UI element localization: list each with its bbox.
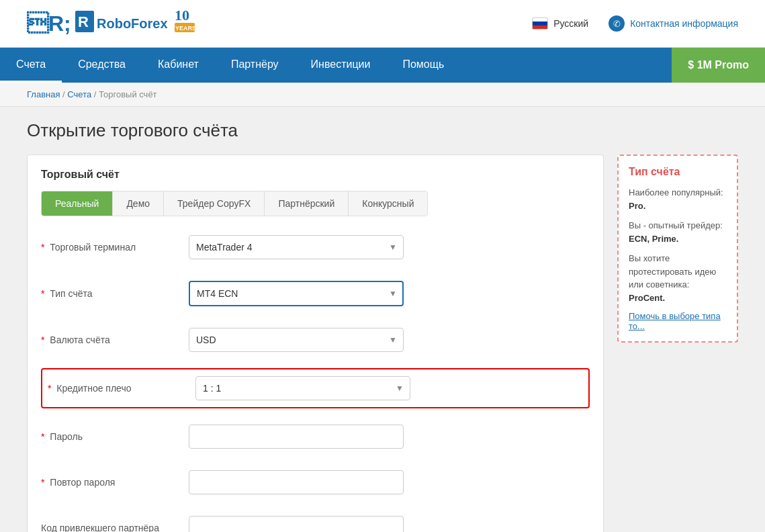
password-label: * Пароль	[41, 431, 189, 442]
sidebar-test-value: ProCent.	[629, 293, 665, 303]
account-type-control: MT4 ECN MT4 Pro MT4 Prime MT4 ProCent ▼	[189, 281, 404, 306]
confirm-password-label: * Повтор пароля	[41, 477, 189, 488]
nav-promo-button[interactable]: $ 1M Promo	[672, 48, 765, 83]
breadcrumb-home[interactable]: Главная	[27, 89, 60, 99]
nav-item-partner[interactable]: Партнёру	[215, 48, 295, 83]
terminal-select[interactable]: MetaTrader 4 MetaTrader 5 cTrader	[189, 235, 404, 259]
currency-required-marker: *	[41, 335, 44, 345]
leverage-required-marker: *	[48, 383, 51, 394]
logo: R; R RoboForex 10 YEARS	[27, 7, 196, 40]
currency-label: * Валюта счёта	[41, 335, 189, 345]
account-form-container: Торговый счёт Реальный Демо Трейдер Copy…	[27, 154, 604, 532]
partner-code-label: Код привлекшего партнёра	[41, 523, 189, 532]
confirm-password-control	[189, 470, 404, 494]
leverage-select[interactable]: 1 : 1 1 : 10 1 : 50 1 : 100 1 : 200 1 : …	[195, 376, 410, 400]
nav-item-accounts[interactable]: Счета	[0, 48, 62, 83]
content-layout: Торговый счёт Реальный Демо Трейдер Copy…	[27, 154, 738, 532]
currency-control: USD EUR GBP RUB ▼	[189, 328, 404, 352]
svg-text:RoboForex: RoboForex	[97, 16, 168, 31]
logo-area: R; R RoboForex 10 YEARS	[27, 7, 196, 40]
confirm-password-required-marker: *	[41, 477, 44, 488]
logo-roboforex-text: R RoboForex 10 YEARS	[75, 7, 196, 40]
header-right: Русский ✆ Контактная информация	[532, 15, 738, 32]
language-selector[interactable]: Русский	[532, 17, 588, 30]
currency-select-wrapper: USD EUR GBP RUB ▼	[189, 328, 404, 352]
terminal-label: * Торговый терминал	[41, 242, 189, 253]
leverage-label: * Кредитное плечо	[48, 383, 195, 394]
sidebar-experienced: Вы - опытный трейдер: ECN, Prime.	[629, 219, 727, 245]
sidebar-popular-value: Pro.	[629, 201, 645, 211]
password-field: * Пароль	[41, 419, 590, 454]
account-type-field: * Тип счёта MT4 ECN MT4 Pro MT4 Prime MT…	[41, 275, 590, 312]
partner-code-input[interactable]	[189, 516, 404, 532]
russian-flag-icon	[532, 17, 548, 30]
terminal-required-marker: *	[41, 242, 44, 253]
page-content-wrapper: Открытие торгового счёта Торговый счёт Р…	[0, 107, 765, 532]
account-type-select[interactable]: MT4 ECN MT4 Pro MT4 Prime MT4 ProCent	[189, 281, 404, 306]
password-input[interactable]	[189, 425, 404, 449]
sidebar-experienced-value: ECN, Prime.	[629, 234, 678, 244]
sidebar-help-link[interactable]: Помочь в выборе типа то...	[629, 311, 727, 331]
account-type-tabs: Реальный Демо Трейдер CopyFX Партнёрский…	[41, 191, 428, 216]
svg-text:10: 10	[175, 7, 189, 24]
contact-info[interactable]: ✆ Контактная информация	[609, 15, 738, 32]
logo-r-icon: R;	[27, 11, 71, 36]
account-type-select-wrapper: MT4 ECN MT4 Pro MT4 Prime MT4 ProCent ▼	[189, 281, 404, 306]
account-type-label: * Тип счёта	[41, 288, 189, 299]
breadcrumb-accounts[interactable]: Счета	[67, 89, 91, 99]
breadcrumb-sep2: /	[94, 89, 99, 99]
password-control	[189, 425, 404, 449]
password-required-marker: *	[41, 431, 44, 442]
nav-item-investments[interactable]: Инвестиции	[295, 48, 387, 83]
logo-svg: R RoboForex 10 YEARS	[75, 7, 196, 36]
sidebar-popular: Наиболее популярный: Pro.	[629, 186, 727, 212]
partner-code-field: Код привлекшего партнёра	[41, 511, 590, 532]
header: R; R RoboForex 10 YEARS Русский ✆ Конта…	[0, 0, 765, 48]
terminal-select-wrapper: MetaTrader 4 MetaTrader 5 cTrader ▼	[189, 235, 404, 259]
nav-item-help[interactable]: Помощь	[386, 48, 460, 83]
contact-label: Контактная информация	[630, 18, 738, 29]
account-type-required-marker: *	[41, 288, 44, 299]
account-type-sidebar-box: Тип счёта Наиболее популярный: Pro. Вы -…	[617, 154, 738, 343]
tab-competition[interactable]: Конкурсный	[349, 191, 427, 216]
sidebar-test: Вы хотите протестировать идею или советн…	[629, 252, 727, 304]
svg-text:R: R	[78, 13, 89, 30]
nav-item-cabinet[interactable]: Кабинет	[142, 48, 215, 83]
partner-code-control	[189, 516, 404, 532]
breadcrumb-current: Торговый счёт	[99, 89, 157, 99]
leverage-field: * Кредитное плечо 1 : 1 1 : 10 1 : 50 1 …	[41, 368, 590, 408]
sidebar-popular-prefix: Наиболее популярный:	[629, 187, 723, 197]
breadcrumb: Главная / Счета / Торговый счёт	[0, 83, 765, 107]
tab-demo[interactable]: Демо	[113, 191, 164, 216]
main-nav: Счета Средства Кабинет Партнёру Инвестиц…	[0, 48, 765, 83]
terminal-field: * Торговый терминал MetaTrader 4 MetaTra…	[41, 230, 590, 265]
confirm-password-input[interactable]	[189, 470, 404, 494]
form-section-title: Торговый счёт	[41, 169, 590, 181]
page-title: Открытие торгового счёта	[27, 120, 738, 141]
tab-real[interactable]: Реальный	[42, 191, 113, 216]
currency-select[interactable]: USD EUR GBP RUB	[189, 328, 404, 352]
svg-text:YEARS: YEARS	[175, 25, 196, 32]
confirm-password-field: * Повтор пароля	[41, 465, 590, 500]
tab-copyfx[interactable]: Трейдер CopyFX	[164, 191, 265, 216]
sidebar-experienced-prefix: Вы - опытный трейдер:	[629, 220, 723, 230]
currency-field: * Валюта счёта USD EUR GBP RUB ▼	[41, 322, 590, 357]
terminal-control: MetaTrader 4 MetaTrader 5 cTrader ▼	[189, 235, 404, 259]
nav-item-funds[interactable]: Средства	[62, 48, 142, 83]
tab-partner[interactable]: Партнёрский	[265, 191, 349, 216]
leverage-select-wrapper: 1 : 1 1 : 10 1 : 50 1 : 100 1 : 200 1 : …	[195, 376, 410, 400]
sidebar-test-prefix: Вы хотите протестировать идею или советн…	[629, 253, 716, 290]
phone-icon: ✆	[609, 15, 625, 32]
sidebar-title: Тип счёта	[629, 166, 727, 178]
leverage-control: 1 : 1 1 : 10 1 : 50 1 : 100 1 : 200 1 : …	[195, 376, 410, 400]
sidebar: Тип счёта Наиболее популярный: Pro. Вы -…	[617, 154, 738, 343]
language-label: Русский	[553, 18, 588, 29]
